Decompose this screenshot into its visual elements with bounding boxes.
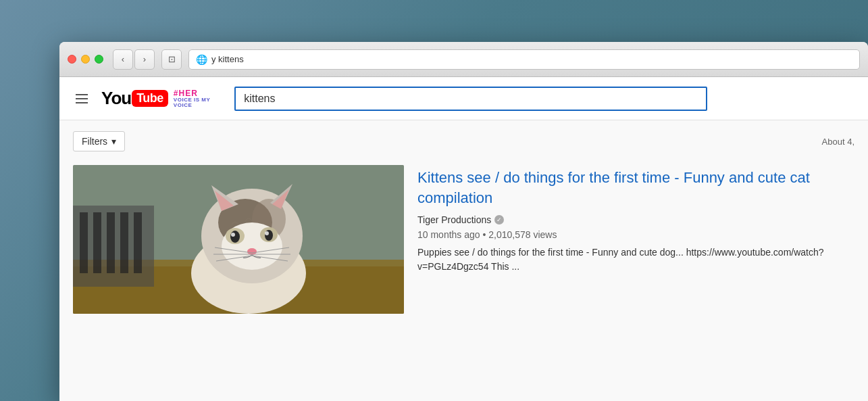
filter-row: Filters ▾ About 4, bbox=[73, 131, 854, 151]
video-channel: Tiger Productions ✓ bbox=[417, 214, 854, 225]
her-text: #HER bbox=[174, 89, 210, 97]
svg-rect-8 bbox=[134, 212, 142, 273]
svg-rect-7 bbox=[120, 212, 128, 273]
youtube-tube-box: Tube bbox=[132, 90, 168, 107]
hamburger-menu-button[interactable] bbox=[73, 91, 91, 106]
youtube-main: Filters ▾ About 4, bbox=[59, 120, 868, 401]
nav-buttons: ‹ › bbox=[113, 49, 155, 70]
sidebar-icon: ⊡ bbox=[168, 54, 176, 64]
filter-label: Filters bbox=[82, 136, 107, 147]
close-button[interactable] bbox=[68, 55, 76, 64]
video-meta: 10 months ago • 2,010,578 views bbox=[417, 229, 854, 240]
video-thumbnail[interactable] bbox=[73, 165, 404, 314]
sidebar-toggle-button[interactable]: ⊡ bbox=[161, 49, 182, 70]
svg-point-18 bbox=[231, 233, 235, 237]
back-icon: ‹ bbox=[122, 54, 124, 64]
youtube-header: You Tube #HER VOICE IS MY VOICE bbox=[59, 77, 868, 120]
video-description: Puppies see / do things for the first ti… bbox=[417, 245, 854, 274]
title-bar: ‹ › ⊡ 🌐 y kittens bbox=[59, 42, 868, 77]
thumbnail-svg bbox=[73, 165, 404, 314]
search-container bbox=[234, 87, 707, 111]
maximize-button[interactable] bbox=[95, 55, 103, 64]
globe-icon: 🌐 bbox=[196, 54, 207, 65]
traffic-lights bbox=[68, 55, 103, 64]
address-bar[interactable]: 🌐 y kittens bbox=[188, 49, 860, 70]
youtube-tube-text: Tube bbox=[136, 91, 163, 105]
browser-content: You Tube #HER VOICE IS MY VOICE Filters bbox=[59, 77, 868, 401]
svg-point-16 bbox=[230, 231, 240, 243]
forward-icon: › bbox=[143, 54, 146, 64]
youtube-logo[interactable]: You Tube #HER VOICE IS MY VOICE bbox=[101, 88, 210, 109]
svg-rect-6 bbox=[107, 212, 115, 273]
search-input[interactable] bbox=[234, 87, 707, 111]
svg-point-19 bbox=[265, 231, 269, 235]
forward-button[interactable]: › bbox=[134, 49, 155, 70]
video-result: Kittens see / do things for the first ti… bbox=[73, 165, 854, 314]
filters-button[interactable]: Filters ▾ bbox=[73, 131, 125, 151]
chevron-down-icon: ▾ bbox=[111, 136, 116, 147]
address-text: y kittens bbox=[211, 54, 244, 64]
voice-text2: VOICE bbox=[174, 103, 210, 108]
verified-badge: ✓ bbox=[494, 215, 504, 225]
youtube-slogan: #HER VOICE IS MY VOICE bbox=[174, 89, 210, 108]
browser-window: ‹ › ⊡ 🌐 y kittens You Tube bbox=[59, 42, 868, 401]
svg-rect-5 bbox=[93, 212, 101, 273]
video-title[interactable]: Kittens see / do things for the first ti… bbox=[417, 168, 854, 208]
video-info: Kittens see / do things for the first ti… bbox=[417, 165, 854, 314]
results-count: About 4, bbox=[822, 137, 854, 147]
channel-name[interactable]: Tiger Productions bbox=[417, 214, 491, 225]
youtube-you-text: You bbox=[101, 88, 131, 109]
minimize-button[interactable] bbox=[81, 55, 90, 64]
svg-rect-4 bbox=[80, 212, 88, 273]
back-button[interactable]: ‹ bbox=[113, 49, 133, 70]
